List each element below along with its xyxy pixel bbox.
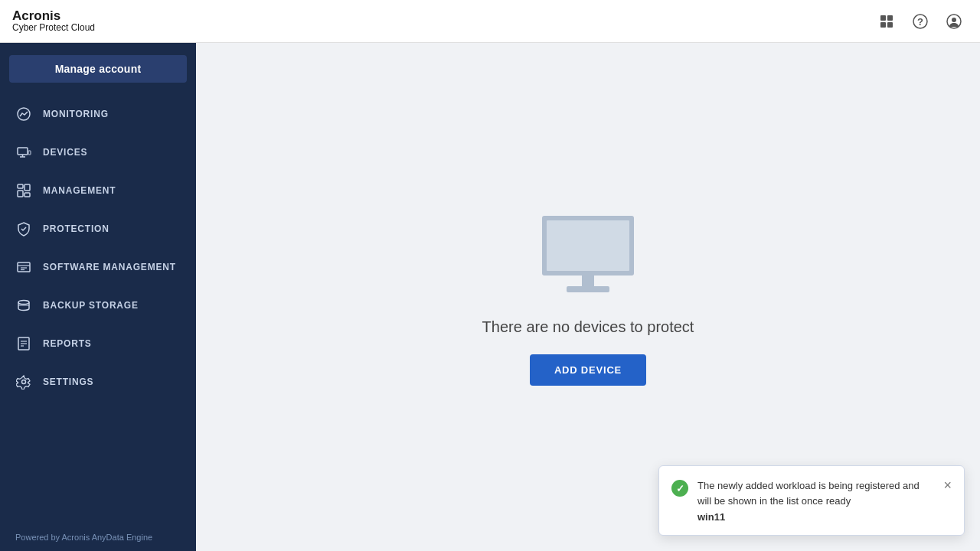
empty-state-text: There are no devices to protect — [482, 318, 694, 336]
sidebar: Manage account MONITORING — [0, 43, 196, 551]
svg-point-7 — [952, 18, 956, 22]
content-area: There are no devices to protect ADD DEVI… — [196, 43, 980, 551]
svg-rect-0 — [880, 15, 886, 21]
toast-close-button[interactable]: × — [943, 478, 952, 492]
svg-rect-1 — [887, 15, 893, 21]
apps-icon — [879, 14, 894, 29]
apps-icon-button[interactable] — [873, 8, 900, 35]
svg-rect-12 — [28, 151, 31, 155]
settings-icon — [15, 373, 32, 390]
management-icon — [15, 182, 32, 199]
logo: Acronis Cyber Protect Cloud — [12, 9, 95, 34]
svg-rect-31 — [567, 286, 609, 292]
sidebar-item-protection[interactable]: PROTECTION — [0, 210, 196, 248]
svg-rect-17 — [18, 262, 30, 272]
devices-icon — [15, 144, 32, 161]
svg-rect-16 — [24, 193, 30, 197]
toast-notification: The newly added workload is being regist… — [658, 465, 965, 536]
sidebar-item-devices[interactable]: DEVICES — [0, 133, 196, 171]
toast-device-name: win11 — [697, 511, 934, 523]
sidebar-item-settings[interactable]: SETTINGS — [0, 363, 196, 401]
svg-rect-13 — [18, 184, 23, 188]
help-icon-button[interactable]: ? — [906, 8, 934, 35]
svg-rect-9 — [18, 148, 28, 155]
header-icons: ? — [873, 8, 968, 35]
sidebar-item-backup-storage[interactable]: BACKUP STORAGE — [0, 286, 196, 324]
svg-rect-29 — [547, 220, 629, 271]
svg-point-21 — [18, 301, 29, 305]
reports-icon — [15, 335, 32, 352]
sidebar-footer: Powered by Acronis AnyData Engine — [0, 523, 196, 551]
svg-rect-3 — [887, 22, 893, 28]
sidebar-item-management[interactable]: MANAGEMENT — [0, 171, 196, 210]
manage-account-button[interactable]: Manage account — [9, 55, 187, 83]
monitor-illustration — [527, 208, 649, 300]
svg-point-27 — [22, 380, 26, 384]
main-layout: Manage account MONITORING — [0, 43, 980, 551]
svg-rect-14 — [18, 191, 23, 197]
empty-state: There are no devices to protect ADD DEVI… — [482, 208, 694, 386]
sidebar-item-reports[interactable]: REPORTS — [0, 324, 196, 363]
svg-rect-2 — [880, 22, 886, 28]
toast-message: The newly added workload is being regist… — [697, 478, 934, 508]
logo-top: Acronis — [12, 9, 95, 24]
logo-bottom: Cyber Protect Cloud — [12, 23, 95, 33]
toast-content: The newly added workload is being regist… — [697, 478, 934, 523]
backup-storage-icon — [15, 297, 32, 314]
toast-success-icon — [671, 480, 688, 497]
software-management-icon — [15, 259, 32, 276]
svg-rect-30 — [582, 276, 594, 288]
add-device-button[interactable]: ADD DEVICE — [530, 354, 646, 386]
help-icon: ? — [912, 13, 929, 30]
header: Acronis Cyber Protect Cloud ? — [0, 0, 980, 43]
account-icon-button[interactable] — [940, 8, 968, 35]
sidebar-item-monitoring[interactable]: MONITORING — [0, 95, 196, 133]
sidebar-item-software-management[interactable]: SOFTWARE MANAGEMENT — [0, 248, 196, 286]
monitoring-icon — [15, 106, 32, 122]
svg-rect-15 — [24, 184, 30, 191]
sidebar-nav: MONITORING DEVICES — [0, 95, 196, 523]
svg-text:?: ? — [917, 15, 923, 27]
account-icon — [946, 13, 962, 30]
protection-icon — [15, 220, 32, 237]
